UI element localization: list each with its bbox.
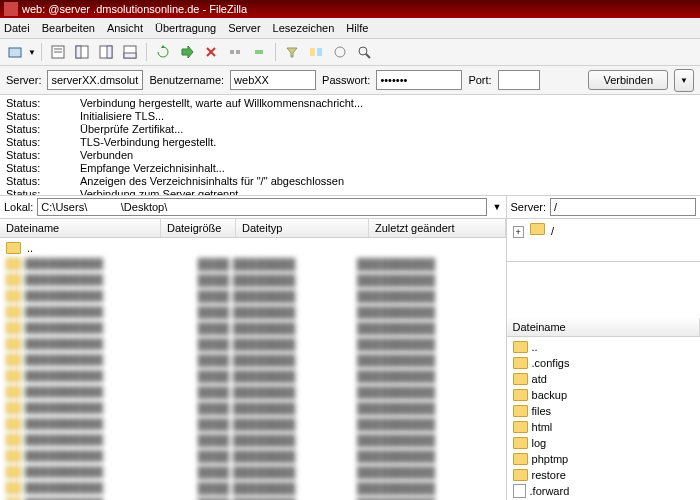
- cancel-button[interactable]: [200, 41, 222, 63]
- folder-icon: [530, 223, 545, 235]
- menu-datei[interactable]: Datei: [4, 22, 30, 34]
- search-button[interactable]: [353, 41, 375, 63]
- item-name: html: [532, 421, 553, 433]
- svg-rect-14: [255, 50, 263, 54]
- chevron-down-icon[interactable]: ▼: [493, 202, 502, 212]
- list-item[interactable]: ████████████████████████████████: [0, 384, 506, 400]
- remote-label: Server:: [511, 201, 546, 213]
- list-item[interactable]: restore: [507, 467, 700, 483]
- remote-tree[interactable]: + /: [507, 219, 700, 262]
- tree-root[interactable]: /: [551, 225, 554, 237]
- file-icon: [513, 484, 526, 498]
- window-title-bar: web: @server .dmsolutionsonline.de - Fil…: [0, 0, 700, 18]
- message-log[interactable]: Status:Verbindung hergestellt, warte auf…: [0, 95, 700, 196]
- toggle-local-tree-button[interactable]: [71, 41, 93, 63]
- log-line: Empfange Verzeichnisinhalt...: [80, 162, 225, 175]
- col-size[interactable]: Dateigröße: [161, 219, 236, 237]
- list-item[interactable]: backup: [507, 387, 700, 403]
- list-item[interactable]: ..: [507, 339, 700, 355]
- folder-icon: [513, 453, 528, 465]
- list-item[interactable]: ████████████████████████████████: [0, 288, 506, 304]
- svg-rect-16: [317, 48, 322, 56]
- local-label: Lokal:: [4, 201, 33, 213]
- server-input[interactable]: [47, 70, 143, 90]
- menu-server[interactable]: Server: [228, 22, 260, 34]
- refresh-button[interactable]: [152, 41, 174, 63]
- quickconnect-bar: Server: Benutzername: Passwort: Port: Ve…: [0, 66, 700, 95]
- list-item[interactable]: html: [507, 419, 700, 435]
- log-label: Status:: [6, 97, 80, 110]
- col-name[interactable]: Dateiname: [0, 219, 161, 237]
- list-item[interactable]: ████████████████████████████████: [0, 432, 506, 448]
- separator: [41, 43, 42, 61]
- separator: [275, 43, 276, 61]
- filter-button[interactable]: [281, 41, 303, 63]
- folder-icon: [513, 437, 528, 449]
- process-queue-button[interactable]: [176, 41, 198, 63]
- list-item[interactable]: ████████████████████████████████: [0, 368, 506, 384]
- menu-bar: Datei Bearbeiten Ansicht Übertragung Ser…: [0, 18, 700, 39]
- connect-dropdown-button[interactable]: ▼: [674, 69, 694, 92]
- remote-path-input[interactable]: [550, 198, 696, 216]
- list-item[interactable]: ████████████████████████████████: [0, 352, 506, 368]
- log-label: Status:: [6, 175, 80, 188]
- toggle-queue-button[interactable]: [119, 41, 141, 63]
- disconnect-button[interactable]: [224, 41, 246, 63]
- list-item[interactable]: files: [507, 403, 700, 419]
- user-label: Benutzername:: [149, 74, 224, 86]
- item-name: files: [532, 405, 552, 417]
- svg-rect-13: [236, 50, 240, 54]
- remote-list[interactable]: ...configsatdbackupfileshtmllogphptmpres…: [507, 337, 700, 500]
- list-item[interactable]: atd: [507, 371, 700, 387]
- compare-button[interactable]: [305, 41, 327, 63]
- log-line: Verbindung hergestellt, warte auf Willko…: [80, 97, 363, 110]
- list-item[interactable]: ████████████████████████████████: [0, 256, 506, 272]
- toggle-log-button[interactable]: [47, 41, 69, 63]
- col-name[interactable]: Dateiname: [507, 318, 700, 336]
- list-item[interactable]: ████████████████████████████████: [0, 448, 506, 464]
- folder-icon: [513, 357, 528, 369]
- list-item-up[interactable]: [0, 240, 506, 256]
- list-item[interactable]: ████████████████████████████████: [0, 416, 506, 432]
- list-item[interactable]: ████████████████████████████████: [0, 480, 506, 496]
- list-item[interactable]: log: [507, 435, 700, 451]
- log-line: TLS-Verbindung hergestellt.: [80, 136, 216, 149]
- port-input[interactable]: [498, 70, 540, 90]
- col-mod[interactable]: Zuletzt geändert: [369, 219, 506, 237]
- item-name: atd: [532, 373, 547, 385]
- list-item[interactable]: phptmp: [507, 451, 700, 467]
- col-type[interactable]: Dateityp: [236, 219, 369, 237]
- menu-ansicht[interactable]: Ansicht: [107, 22, 143, 34]
- list-item[interactable]: ████████████████████████████████: [0, 496, 506, 500]
- local-list[interactable]: ████████████████████████████████████████…: [0, 238, 506, 500]
- list-item[interactable]: ████████████████████████████████: [0, 272, 506, 288]
- toggle-remote-tree-button[interactable]: [95, 41, 117, 63]
- item-name: backup: [532, 389, 567, 401]
- menu-bearbeiten[interactable]: Bearbeiten: [42, 22, 95, 34]
- list-item[interactable]: .configs: [507, 355, 700, 371]
- list-item[interactable]: ████████████████████████████████: [0, 464, 506, 480]
- tree-expand-icon[interactable]: +: [513, 226, 524, 238]
- log-line: Anzeigen des Verzeichnisinhalts für "/" …: [80, 175, 344, 188]
- sync-button[interactable]: [329, 41, 351, 63]
- menu-lesezeichen[interactable]: Lesezeichen: [273, 22, 335, 34]
- pass-input[interactable]: [376, 70, 462, 90]
- folder-icon: [513, 469, 528, 481]
- list-item[interactable]: ████████████████████████████████: [0, 320, 506, 336]
- log-label: Status:: [6, 149, 80, 162]
- list-item[interactable]: .forward: [507, 483, 700, 499]
- folder-icon: [513, 373, 528, 385]
- list-item[interactable]: ████████████████████████████████: [0, 400, 506, 416]
- dropdown-icon[interactable]: ▼: [28, 48, 36, 57]
- remote-path-bar: Server:: [507, 196, 700, 219]
- list-item[interactable]: ████████████████████████████████: [0, 336, 506, 352]
- menu-uebertragung[interactable]: Übertragung: [155, 22, 216, 34]
- site-manager-button[interactable]: [4, 41, 26, 63]
- reconnect-button[interactable]: [248, 41, 270, 63]
- user-input[interactable]: [230, 70, 316, 90]
- local-path-input[interactable]: [37, 198, 486, 216]
- menu-hilfe[interactable]: Hilfe: [346, 22, 368, 34]
- log-label: Status:: [6, 136, 80, 149]
- connect-button[interactable]: Verbinden: [588, 70, 668, 90]
- list-item[interactable]: ████████████████████████████████: [0, 304, 506, 320]
